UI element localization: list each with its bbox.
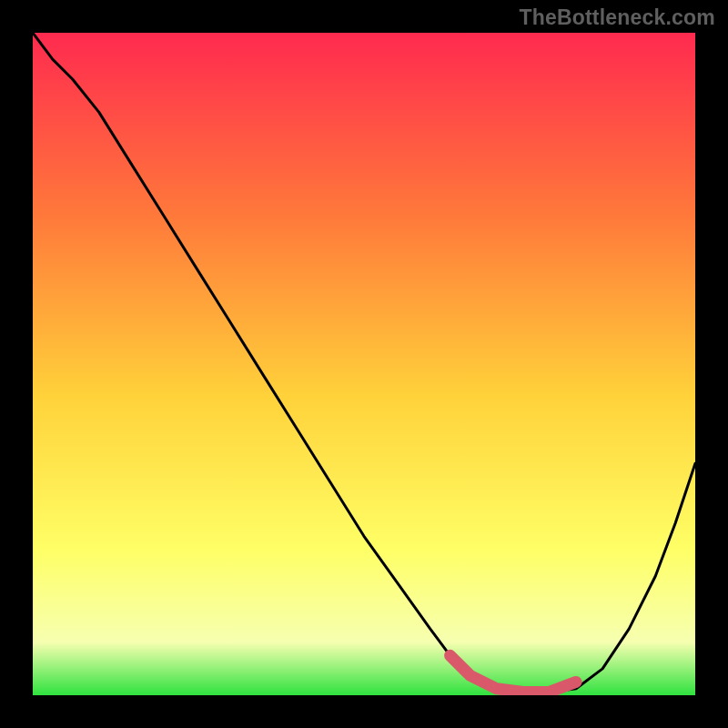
chart-frame: TheBottleneck.com <box>0 0 728 728</box>
chart-svg <box>33 33 695 695</box>
gradient-background <box>33 33 695 695</box>
plot-area <box>33 33 695 695</box>
watermark-text: TheBottleneck.com <box>519 5 715 30</box>
